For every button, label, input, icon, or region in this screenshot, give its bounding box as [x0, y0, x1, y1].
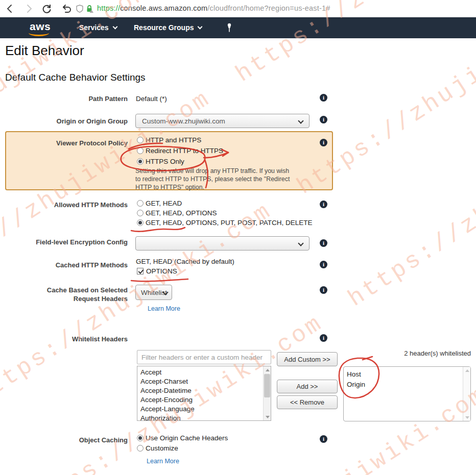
url-scheme: https:// — [97, 4, 120, 12]
list-item[interactable]: Accept — [137, 368, 263, 377]
info-icon[interactable] — [320, 286, 327, 294]
cached-methods-value: GET, HEAD (Cached by default) — [136, 258, 234, 265]
list-item[interactable]: Host — [344, 369, 463, 380]
info-icon[interactable] — [320, 139, 327, 146]
info-icon[interactable] — [320, 201, 327, 208]
origin-select[interactable]: Custom-www.zhujiwiki.com — [135, 114, 310, 128]
radio-https-only[interactable]: HTTPS Only — [137, 158, 184, 165]
back-icon[interactable] — [5, 4, 15, 13]
path-pattern-value: Default (*) — [136, 95, 167, 103]
page-title: Edit Behavior — [5, 43, 84, 59]
aws-logo-text: aws — [30, 20, 51, 32]
radio-label: HTTPS Only — [146, 158, 184, 165]
radio-label: Customize — [146, 444, 178, 452]
add-button[interactable]: Add >> — [277, 380, 338, 393]
learn-more-link[interactable]: Learn More — [147, 458, 179, 465]
refresh-icon[interactable] — [42, 4, 52, 13]
radio-redirect-http-to-https[interactable]: Redirect HTTP to HTTPS — [137, 147, 223, 155]
radio-get-head[interactable]: GET, HEAD — [137, 199, 182, 207]
section-title: Default Cache Behavior Settings — [5, 72, 146, 83]
info-icon[interactable] — [320, 116, 327, 123]
list-item[interactable]: Accept-Language — [137, 405, 263, 414]
scroll-down-icon[interactable] — [264, 413, 271, 420]
aws-smile-icon — [29, 32, 49, 36]
available-headers-listbox[interactable]: Accept Accept-Charset Accept-Datetime Ac… — [137, 366, 271, 421]
radio-http-and-https[interactable]: HTTP and HTTPS — [137, 136, 201, 144]
browser-bar: https://console.aws.amazon.com/cloudfron… — [0, 0, 476, 17]
radio-icon — [137, 200, 144, 207]
list-item[interactable]: Authorization — [137, 414, 263, 421]
field-level-encryption-select[interactable] — [135, 236, 310, 251]
annotation-underline-options — [131, 279, 188, 281]
annotation-underline-methods — [131, 228, 185, 232]
pushpin-icon[interactable] — [225, 22, 233, 33]
path-pattern-label: Path Pattern — [5, 95, 128, 103]
cached-methods-label: Cached HTTP Methods — [5, 261, 128, 269]
lock-icon[interactable] — [85, 4, 93, 13]
chevron-down-icon — [198, 24, 203, 30]
nav-services[interactable]: Services — [79, 23, 117, 32]
add-custom-button[interactable]: Add Custom >> — [277, 352, 338, 366]
url-path: /cloudfront/home?region=us-east-1# — [207, 4, 330, 12]
aws-logo[interactable]: aws — [30, 20, 51, 33]
nav-resource-groups[interactable]: Resource Groups — [134, 23, 202, 32]
radio-icon — [137, 147, 144, 154]
radio-label: Redirect HTTP to HTTPS — [146, 147, 223, 155]
list-item[interactable]: Accept-Encoding — [137, 395, 263, 405]
radio-icon — [137, 219, 144, 226]
nav-services-label: Services — [79, 23, 109, 32]
shield-icon[interactable] — [76, 4, 84, 13]
radio-get-head-options[interactable]: GET, HEAD, OPTIONS — [137, 209, 217, 217]
scrollbar-thumb[interactable] — [264, 374, 270, 397]
checkbox-icon — [137, 268, 144, 274]
info-icon[interactable] — [320, 239, 327, 247]
info-icon[interactable] — [320, 435, 327, 443]
scroll-down-icon[interactable] — [463, 414, 471, 421]
viewer-protocol-help-text: Setting this value will drop any HTTP tr… — [135, 167, 292, 191]
radio-icon — [137, 158, 144, 165]
radio-icon — [137, 435, 144, 441]
chevron-down-icon — [298, 118, 303, 123]
radio-label: HTTP and HTTPS — [146, 136, 201, 144]
filter-headers-input[interactable] — [137, 350, 271, 364]
origin-label: Origin or Origin Group — [5, 117, 128, 125]
scroll-up-icon[interactable] — [264, 366, 271, 373]
scrollbar[interactable] — [463, 367, 470, 421]
chevron-down-icon — [112, 24, 117, 30]
scroll-up-icon[interactable] — [463, 367, 471, 374]
radio-label: GET, HEAD, OPTIONS, PUT, POST, PATCH, DE… — [146, 219, 313, 227]
info-icon[interactable] — [320, 261, 327, 268]
list-item[interactable]: Origin — [344, 380, 463, 390]
aws-navbar: aws Services Resource Groups — [0, 17, 476, 38]
options-checkbox-row[interactable]: OPTIONS — [137, 267, 177, 275]
radio-label: Use Origin Cache Headers — [146, 434, 228, 442]
allowed-methods-label: Allowed HTTP Methods — [5, 201, 128, 209]
page: https://console.aws.amazon.com/cloudfron… — [0, 0, 476, 475]
radio-all-methods[interactable]: GET, HEAD, OPTIONS, PUT, POST, PATCH, DE… — [137, 219, 313, 227]
chevron-down-icon — [298, 240, 303, 246]
undo-icon[interactable] — [61, 4, 72, 13]
whitelist-headers-label: Whitelist Headers — [5, 335, 128, 343]
list-item[interactable]: Accept-Charset — [137, 377, 263, 386]
info-icon[interactable] — [320, 334, 327, 342]
radio-label: GET, HEAD, OPTIONS — [146, 209, 217, 217]
radio-customize[interactable]: Customize — [137, 444, 178, 452]
checkbox-label: OPTIONS — [146, 267, 177, 275]
whitelisted-count: 2 header(s) whitelisted — [358, 349, 471, 357]
field-level-encryption-label: Field-level Encryption Config — [5, 238, 128, 246]
radio-icon — [137, 445, 144, 452]
radio-use-origin-cache-headers[interactable]: Use Origin Cache Headers — [137, 434, 228, 442]
scrollbar[interactable] — [263, 366, 271, 420]
cache-based-select[interactable]: Whitelist — [135, 285, 172, 300]
learn-more-link[interactable]: Learn More — [148, 305, 180, 312]
nav-resource-groups-label: Resource Groups — [134, 23, 194, 32]
forward-icon[interactable] — [23, 4, 34, 13]
remove-button[interactable]: << Remove — [277, 395, 338, 409]
info-icon[interactable] — [320, 94, 327, 102]
whitelisted-headers-listbox[interactable]: Host Origin — [343, 366, 471, 421]
list-item[interactable]: Accept-Datetime — [137, 386, 263, 395]
object-caching-label: Object Caching — [5, 436, 128, 444]
cache-based-label-line1: Cache Based on Selected — [5, 286, 128, 294]
address-bar[interactable]: https://console.aws.amazon.com/cloudfron… — [97, 4, 330, 12]
radio-icon — [137, 210, 144, 216]
